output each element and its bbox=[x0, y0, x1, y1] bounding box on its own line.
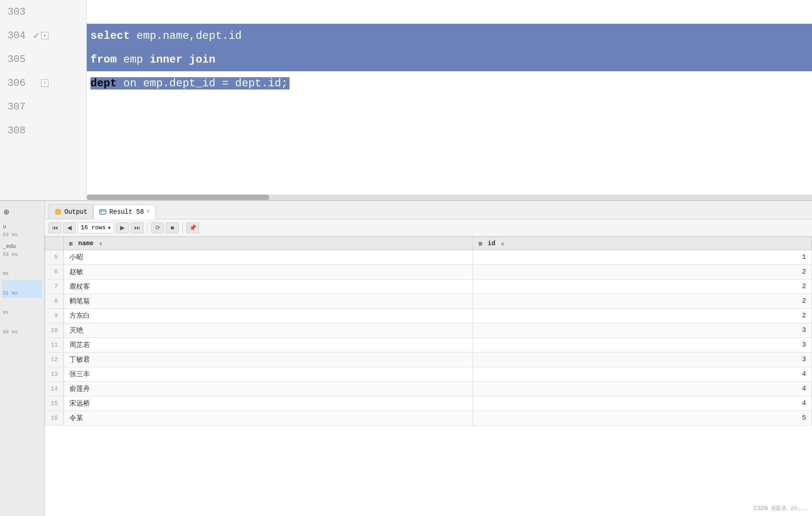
line-row-303: 303 bbox=[0, 0, 86, 24]
query-entry-6[interactable]: 59 ms bbox=[2, 319, 42, 337]
nav-first-button[interactable]: ⏮ bbox=[48, 222, 61, 233]
table-row: 6 赵敏 2 bbox=[45, 265, 812, 279]
results-table-container[interactable]: ▦ name ⇅ ▦ id ⇅ 5 小昭 1 6 bbox=[45, 237, 812, 516]
line-num-307: 307 bbox=[4, 101, 31, 113]
left-sidebar: ⊕ u 53 ms _edu 53 ms ms 31 ms ms bbox=[0, 201, 45, 516]
code-line-305: from emp inner join bbox=[87, 47, 812, 71]
id-cell: 2 bbox=[473, 265, 812, 279]
col-id-sort-icon[interactable]: ⇅ bbox=[501, 241, 504, 247]
line-numbers: 303 304 ✓ ▾ 305 306 ▿ 307 308 bbox=[0, 0, 87, 200]
line-num-308: 308 bbox=[4, 125, 31, 137]
scrollbar-thumb[interactable] bbox=[87, 195, 269, 200]
id-cell: 4 bbox=[473, 382, 812, 396]
query-entry-3[interactable]: ms bbox=[2, 260, 42, 279]
fold-icon-304[interactable]: ▾ bbox=[41, 32, 48, 39]
table-row: 16 令某 5 bbox=[45, 411, 812, 426]
tab-output[interactable]: O Output bbox=[48, 204, 93, 219]
nav-prev-button[interactable]: ◀ bbox=[63, 222, 76, 233]
col-name-sort-icon[interactable]: ⇅ bbox=[99, 241, 102, 247]
query-time-4: 31 ms bbox=[3, 290, 42, 297]
row-num-cell: 8 bbox=[45, 294, 64, 309]
table-header-row: ▦ name ⇅ ▦ id ⇅ bbox=[45, 237, 812, 250]
name-cell: 鹿杖客 bbox=[63, 279, 473, 294]
table-row: 8 鹤笔翁 2 bbox=[45, 294, 812, 309]
toolbar-separator-1 bbox=[147, 223, 148, 232]
query-time-2: 53 ms bbox=[3, 251, 42, 258]
id-cell: 2 bbox=[473, 279, 812, 294]
col-id-icon: ▦ bbox=[479, 240, 482, 247]
query-label-6 bbox=[3, 320, 42, 328]
tab-result[interactable]: Result 58 × bbox=[93, 205, 156, 219]
query-time-1: 53 ms bbox=[3, 231, 42, 239]
name-cell: 小昭 bbox=[63, 250, 473, 265]
line-row-307: 307 bbox=[0, 95, 86, 119]
line-row-304: 304 ✓ ▾ bbox=[0, 24, 86, 47]
table-row: 13 张三丰 4 bbox=[45, 367, 812, 382]
tab-result-close[interactable]: × bbox=[147, 209, 150, 215]
query-entry-2[interactable]: _edu 53 ms bbox=[2, 241, 42, 260]
id-cell: 2 bbox=[473, 309, 812, 323]
nav-next-button[interactable]: ▶ bbox=[116, 222, 129, 233]
query-entry-5[interactable]: ms bbox=[2, 299, 42, 318]
query-label-5 bbox=[3, 300, 42, 309]
row-num-cell: 15 bbox=[45, 396, 64, 411]
output-icon: O bbox=[54, 208, 62, 216]
rows-per-page-select[interactable]: 16 rows ▾ bbox=[78, 222, 114, 233]
tab-result-label: Result 58 bbox=[109, 208, 144, 216]
name-cell: 方东白 bbox=[63, 309, 473, 323]
col-header-name[interactable]: ▦ name ⇅ bbox=[63, 237, 473, 250]
row-num-cell: 7 bbox=[45, 279, 64, 294]
result-toolbar: ⏮ ◀ 16 rows ▾ ▶ ⏭ ⟳ ■ 📌 bbox=[45, 219, 812, 237]
col-header-id[interactable]: ▦ id ⇅ bbox=[473, 237, 812, 250]
line-num-304: 304 bbox=[4, 30, 31, 42]
table-row: 15 宋远桥 4 bbox=[45, 396, 812, 411]
nav-last-button[interactable]: ⏭ bbox=[131, 222, 143, 233]
row-num-cell: 9 bbox=[45, 309, 64, 323]
row-num-cell: 14 bbox=[45, 382, 64, 396]
code-line-304: select emp.name,dept.id bbox=[87, 24, 812, 47]
tabs-bar: O Output Result 58 × bbox=[45, 201, 812, 219]
query-entry-1[interactable]: u 53 ms bbox=[2, 221, 42, 240]
table-row: 9 方东白 2 bbox=[45, 309, 812, 323]
code-area[interactable]: select emp.name,dept.id from emp inner j… bbox=[87, 0, 812, 200]
row-num-cell: 6 bbox=[45, 265, 64, 279]
watermark: CSDN @落水 zh... bbox=[754, 504, 808, 512]
code-line-306: dept on emp.dept_id = dept.id; bbox=[87, 71, 812, 95]
fold-icon-306[interactable]: ▿ bbox=[41, 79, 48, 87]
results-table: ▦ name ⇅ ▦ id ⇅ 5 小昭 1 6 bbox=[45, 237, 812, 426]
row-num-cell: 10 bbox=[45, 323, 64, 338]
query-label-4 bbox=[3, 281, 42, 290]
table-row: 7 鹿杖客 2 bbox=[45, 279, 812, 294]
result-area: O Output Result 58 × ⏮ ◀ 16 rows ▾ bbox=[45, 201, 812, 516]
pin-button[interactable]: 📌 bbox=[186, 222, 199, 233]
code-line-307 bbox=[87, 95, 812, 119]
query-entry-4[interactable]: 31 ms bbox=[2, 280, 42, 299]
bottom-panel: ⊕ u 53 ms _edu 53 ms ms 31 ms ms bbox=[0, 201, 812, 516]
name-cell: 赵敏 bbox=[63, 265, 473, 279]
id-cell: 3 bbox=[473, 323, 812, 338]
table-row: 12 丁敏君 3 bbox=[45, 353, 812, 367]
stop-button[interactable]: ■ bbox=[166, 222, 179, 233]
name-cell: 鹤笔翁 bbox=[63, 294, 473, 309]
row-num-cell: 16 bbox=[45, 411, 64, 426]
watermark-text: CSDN @落水 zh... bbox=[754, 505, 808, 512]
table-row: 14 俞莲舟 4 bbox=[45, 382, 812, 396]
add-query-button[interactable]: ⊕ bbox=[2, 205, 42, 220]
line-row-308: 308 bbox=[0, 119, 86, 142]
col-name-icon: ▦ bbox=[69, 240, 73, 247]
query-label-2: _edu bbox=[3, 242, 42, 251]
table-body: 5 小昭 1 6 赵敏 2 7 鹿杖客 2 8 鹤笔翁 2 9 方东白 2 10… bbox=[45, 250, 812, 426]
query-time-5: ms bbox=[3, 309, 42, 316]
id-cell: 4 bbox=[473, 367, 812, 382]
horizontal-scrollbar[interactable] bbox=[87, 195, 812, 200]
svg-rect-2 bbox=[100, 210, 106, 214]
line-row-306: 306 ▿ bbox=[0, 71, 86, 95]
rows-label: 16 rows bbox=[81, 224, 106, 231]
query-label-1: u bbox=[3, 223, 42, 231]
toolbar-separator-2 bbox=[182, 223, 183, 232]
name-cell: 周芷若 bbox=[63, 338, 473, 353]
refresh-button[interactable]: ⟳ bbox=[151, 222, 164, 233]
query-label-3 bbox=[3, 262, 42, 270]
line-num-306: 306 bbox=[4, 78, 31, 89]
row-num-cell: 11 bbox=[45, 338, 64, 353]
